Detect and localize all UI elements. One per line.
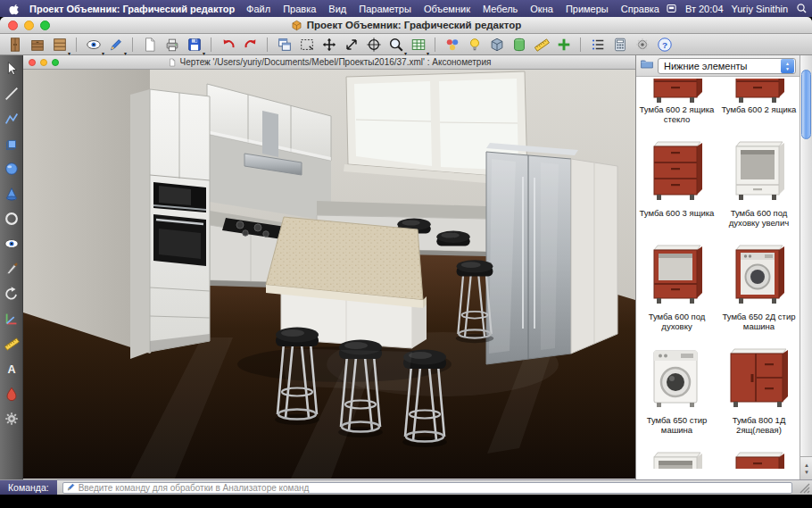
zoom-button[interactable] [40, 21, 50, 30]
axes-tool-button[interactable] [3, 310, 21, 328]
catalog-item-thumbnail [724, 135, 795, 206]
view-3d-button[interactable] [487, 35, 506, 54]
line-tool-button[interactable] [3, 85, 21, 103]
zoom-tool-button[interactable]: ▾ [386, 35, 405, 54]
3d-viewport[interactable] [23, 70, 635, 479]
status-menu-icon[interactable] [666, 3, 677, 14]
measure-button[interactable] [532, 35, 551, 54]
dropdown-stepper-icon[interactable]: ▲▼ [781, 59, 794, 73]
category-dropdown[interactable]: Нижние элементы ▲▼ [658, 58, 796, 74]
menu-Параметры[interactable]: Параметры [352, 4, 418, 14]
command-bar: Команда: [0, 479, 812, 495]
catalog-item[interactable]: Тумба 600 2 ящика [718, 79, 800, 132]
catalog-item[interactable] [636, 443, 718, 469]
menu-Справка[interactable]: Справка [615, 4, 666, 14]
menu-Примеры[interactable]: Примеры [559, 4, 615, 14]
sphere-tool-button[interactable] [3, 160, 21, 178]
menu-Файл[interactable]: Файл [240, 4, 277, 14]
text-tool-button[interactable]: A [3, 360, 21, 378]
save-button[interactable]: ▾ [185, 35, 203, 54]
catalog-item[interactable]: Тумба 800 1Д 2ящ(левая) [718, 339, 800, 443]
lighting-button[interactable] [465, 35, 484, 54]
arrange-windows-button[interactable] [275, 35, 294, 54]
settings-button[interactable] [633, 35, 651, 54]
paint-tool-button[interactable] [3, 385, 21, 403]
cut-tool-button[interactable] [3, 260, 21, 278]
catalog-item[interactable] [718, 443, 800, 469]
catalog-item-thumbnail [642, 446, 713, 469]
box-tool-button[interactable] [3, 135, 21, 153]
undo-button[interactable] [219, 35, 237, 54]
menu-Мебель[interactable]: Мебель [476, 4, 524, 14]
catalog-item-thumbnail [642, 135, 713, 206]
toolbar-separator [76, 37, 77, 52]
menu-Правка[interactable]: Правка [277, 4, 322, 14]
cone-tool-button[interactable] [3, 185, 21, 203]
catalog-item[interactable]: Тумба 650 2Д стир машина [718, 236, 800, 339]
redo-button[interactable] [241, 35, 260, 54]
catalog-item-label: Тумба 600 2 ящика [720, 104, 799, 114]
scrollbar-arrows[interactable]: ▲ ▼ [800, 456, 812, 479]
menu-bar-clock[interactable]: Вт 20:04 [685, 4, 724, 14]
pan-view-button[interactable] [319, 35, 338, 54]
command-input[interactable] [79, 483, 789, 493]
select-tool-button[interactable] [3, 60, 21, 78]
catalog-scrollbar[interactable]: ▲ ▼ [800, 55, 812, 479]
catalog-item-label: Тумба 600 под духовку [638, 312, 717, 331]
menu-Окна[interactable]: Окна [524, 4, 559, 14]
scroll-up-icon[interactable]: ▲ [804, 462, 809, 469]
materials-button[interactable] [443, 35, 461, 54]
view-tool-button[interactable] [3, 235, 21, 253]
rotate-tool-button[interactable] [3, 285, 21, 303]
minimize-button[interactable] [24, 21, 34, 30]
doc-minimize-button[interactable] [40, 59, 47, 66]
new-document-button[interactable] [140, 35, 159, 54]
catalog-item[interactable]: Тумба 600 3 ящика [636, 132, 718, 236]
app-menu-title[interactable]: Проект Объемник: Графический редактор [29, 4, 235, 14]
doc-zoom-button[interactable] [52, 59, 59, 66]
close-button[interactable] [8, 21, 18, 30]
menu-items: ФайлПравкаВидПараметрыОбъемникМебельОкна… [240, 4, 666, 14]
project-table-button[interactable]: ▾ [409, 35, 427, 54]
window-title-bar: Проект Объемник: Графический редактор [0, 17, 812, 34]
catalog-item[interactable]: Тумба 600 под духовку увелич [718, 132, 800, 236]
element-list-button[interactable] [588, 35, 607, 54]
scroll-down-icon[interactable]: ▼ [804, 469, 809, 476]
catalog-item[interactable]: Тумба 600 под духовку [636, 236, 718, 339]
view-mode-button[interactable]: ▾ [84, 35, 103, 54]
apple-menu-icon[interactable] [9, 3, 21, 15]
furniture-wardrobe-button[interactable] [5, 35, 24, 54]
polyline-tool-button[interactable] [3, 110, 21, 128]
circle-tool-button[interactable] [3, 210, 21, 228]
catalog-item[interactable]: Тумба 650 стир машина [636, 339, 718, 443]
settings-tool-button[interactable] [3, 410, 21, 428]
desktop-strip [0, 495, 812, 508]
add-element-button[interactable] [554, 35, 573, 54]
menu-bar-user[interactable]: Yuriy Sinithin [732, 4, 789, 14]
center-view-button[interactable] [364, 35, 383, 54]
zoom-window-button[interactable] [297, 35, 316, 54]
calculate-button[interactable] [610, 35, 629, 54]
spotlight-icon[interactable] [796, 3, 808, 14]
print-button[interactable] [162, 35, 181, 54]
resize-grip[interactable] [796, 480, 812, 496]
catalog-item-label: Тумба 600 3 ящика [638, 208, 717, 218]
draw-tool-button[interactable]: ▾ [106, 35, 125, 54]
catalog-item-label: Тумба 650 стир машина [638, 415, 717, 435]
toolbar-separator [267, 37, 268, 52]
furniture-cabinet-button[interactable] [28, 35, 46, 54]
document-traffic-lights [29, 59, 59, 66]
menu-Вид[interactable]: Вид [322, 4, 352, 14]
fit-view-button[interactable] [342, 35, 360, 54]
scrollbar-thumb[interactable] [801, 70, 811, 139]
toolbar-separator [132, 37, 133, 52]
furniture-catalog-button[interactable]: ▾ [50, 35, 69, 54]
doc-close-button[interactable] [29, 59, 36, 66]
catalog-item[interactable]: Тумба 600 2 ящика стекло [636, 79, 718, 132]
menu-Объемник[interactable]: Объемник [418, 4, 476, 14]
help-button[interactable]: ? [655, 35, 674, 54]
solid-tools-button[interactable] [510, 35, 528, 54]
measure-tool-button[interactable] [3, 335, 21, 353]
command-field [62, 482, 792, 494]
command-label: Команда: [0, 480, 57, 495]
